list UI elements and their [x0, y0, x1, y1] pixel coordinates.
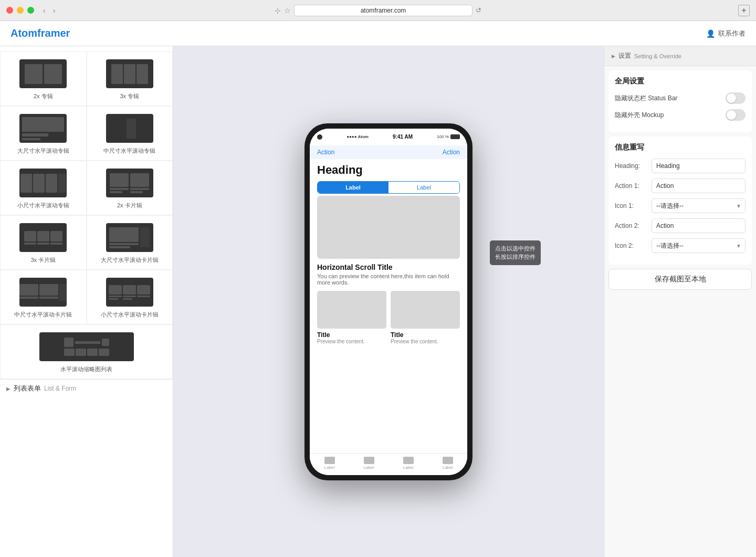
action2-input[interactable]	[652, 218, 746, 233]
heading-field-label: Heading:	[615, 162, 652, 170]
sidebar-item-card-3x[interactable]: 3x 卡片辑	[0, 215, 87, 270]
icon1-select-wrapper: --请选择-- ▼	[652, 198, 746, 213]
star-icon[interactable]: ☆	[284, 6, 291, 15]
sidebar-item-card-small[interactable]: 小尺寸水平滚动卡片辑	[87, 270, 173, 324]
url-input[interactable]	[294, 5, 472, 16]
right-section-header[interactable]: ▶ 设置 Setting & Override	[604, 46, 756, 66]
label-hscroll-list: 水平滚动缩略图列表	[60, 365, 112, 373]
traffic-lights	[6, 7, 34, 14]
info-section-title: 信息重写	[615, 143, 746, 152]
phone-card-1-image	[317, 291, 386, 329]
sidebar-item-card-large[interactable]: 大尺寸水平滚动卡片辑	[87, 215, 173, 270]
phone-tab-label-3: Label	[403, 465, 414, 470]
right-panel: ▶ 设置 Setting & Override 全局设置 隐藏状态栏 Statu…	[604, 46, 756, 557]
icon-card-3x	[19, 223, 67, 252]
phone-mockup: ●●●● Atom 9:41 AM 100 % Action Action He…	[304, 123, 472, 480]
fullscreen-button[interactable]	[27, 7, 34, 14]
global-settings-title: 全局设置	[615, 77, 746, 86]
user-icon: 👤	[706, 29, 715, 38]
phone-heading: Heading	[310, 159, 467, 179]
title-bar: ‹ › ⊹ ☆ ↺ +	[0, 0, 756, 21]
phone-camera	[317, 134, 322, 140]
phone-signal: ●●●● Atom	[346, 134, 369, 139]
label-card-large: 大尺寸水平滚动卡片辑	[101, 256, 159, 264]
icon1-select[interactable]: --请选择--	[652, 198, 746, 213]
phone-tab-4[interactable]: Label	[428, 457, 467, 470]
phone-tab-3[interactable]: Label	[388, 457, 428, 470]
phone-tab-1[interactable]: Label	[310, 457, 349, 470]
right-section-label-zh: 设置	[618, 51, 631, 60]
phone-card-2-desc: Preview the content.	[391, 339, 460, 344]
phone-battery-icon	[450, 134, 460, 139]
minimize-button[interactable]	[17, 7, 24, 14]
section-label-zh: 列表表单	[14, 384, 41, 393]
phone-nav-action-left[interactable]: Action	[317, 149, 334, 156]
new-tab-button[interactable]: +	[738, 5, 750, 16]
icon-small-hscroll	[19, 169, 67, 197]
sidebar-item-hscroll-list[interactable]: 水平滚动缩略图列表	[0, 324, 173, 379]
action1-field-label: Action 1:	[615, 182, 652, 190]
icon-3x-zhuan	[106, 59, 153, 88]
sidebar-section-list-form[interactable]: ▶ 列表表单 List & Form	[0, 379, 173, 397]
app-header: Atomframer 👤 联系作者	[0, 21, 756, 46]
phone-tab-icon-3	[403, 457, 414, 464]
tooltip-line1: 点击以选中控件	[495, 244, 536, 253]
sidebar-item-card-2x[interactable]: 2x 卡片辑	[87, 161, 173, 215]
phone-tab-label-4: Label	[443, 465, 453, 470]
phone-card-1-desc: Preview the content.	[317, 339, 386, 344]
action2-field-label: Action 2:	[615, 222, 652, 229]
forward-button[interactable]: ›	[50, 5, 58, 16]
phone-card-1-title: Title	[317, 331, 386, 339]
mockup-label: 隐藏外壳 Mockup	[615, 111, 664, 120]
reload-button[interactable]: ↺	[476, 6, 481, 14]
icon-card-small	[106, 278, 153, 307]
phone-status-bar: ●●●● Atom 9:41 AM 100 %	[310, 129, 467, 145]
sidebar-grid: 2x 专辑 3x 专辑	[0, 51, 173, 379]
phone-inner: ●●●● Atom 9:41 AM 100 % Action Action He…	[310, 129, 467, 475]
mockup-row: 隐藏外壳 Mockup	[615, 109, 746, 121]
sidebar-item-3x-zhuan[interactable]: 3x 专辑	[87, 51, 173, 106]
status-bar-toggle[interactable]	[726, 92, 746, 104]
phone-segment-btn-2[interactable]: Label	[388, 182, 459, 193]
phone-tab-2[interactable]: Label	[349, 457, 388, 470]
sidebar: 2x 专辑 3x 专辑	[0, 46, 173, 557]
contact-label[interactable]: 联系作者	[718, 29, 746, 38]
save-button[interactable]: 保存截图至本地	[608, 269, 752, 290]
action1-row: Action 1:	[615, 178, 746, 193]
label-card-2x: 2x 卡片辑	[117, 202, 142, 209]
sidebar-item-card-medium[interactable]: 中尺寸水平滚动卡片辑	[0, 270, 87, 324]
address-bar: ⊹ ☆ ↺	[275, 5, 481, 16]
phone-scroll-desc: You can preview the content here,this it…	[317, 273, 460, 286]
sidebar-item-2x-zhuan[interactable]: 2x 专辑	[0, 51, 87, 106]
phone-nav-action-right[interactable]: Action	[443, 149, 460, 156]
icon1-row: Icon 1: --请选择-- ▼	[615, 198, 746, 213]
action1-input[interactable]	[652, 178, 746, 193]
phone-segment-btn-1[interactable]: Label	[318, 182, 388, 193]
label-card-medium: 中尺寸水平滚动卡片辑	[14, 311, 72, 319]
icon-large-hscroll	[19, 114, 67, 143]
phone-scroll-area: Horizontal Scroll Title You can preview …	[310, 196, 467, 453]
close-button[interactable]	[6, 7, 13, 14]
icon-card-2x	[106, 169, 153, 197]
label-large-hscroll: 大尺寸水平滚动专辑	[17, 147, 69, 155]
sidebar-item-large-hscroll[interactable]: 大尺寸水平滚动专辑	[0, 106, 87, 161]
status-bar-label: 隐藏状态栏 Status Bar	[615, 94, 677, 103]
label-medium-hscroll: 中尺寸水平滚动专辑	[103, 147, 155, 155]
header-right: 👤 联系作者	[706, 29, 746, 38]
icon2-select[interactable]: --请选择--	[652, 238, 746, 253]
bookmark-icon[interactable]: ⊹	[275, 6, 281, 15]
toggle-knob-status-bar	[727, 93, 736, 103]
sidebar-item-small-hscroll[interactable]: 小尺寸水平滚动专辑	[0, 161, 87, 215]
phone-tab-icon-4	[443, 457, 453, 464]
phone-battery-label: 100 %	[437, 134, 449, 139]
phone-card-1: Title Preview the content.	[317, 291, 386, 344]
icon2-select-wrapper: --请选择-- ▼	[652, 238, 746, 253]
heading-input[interactable]	[652, 159, 746, 173]
info-section: 信息重写 Heading: Action 1: Icon 1: --请选择-- …	[608, 136, 752, 265]
phone-tab-icon-1	[324, 457, 335, 464]
back-button[interactable]: ‹	[40, 5, 48, 16]
phone-two-col-cards: Title Preview the content. Title Preview…	[317, 291, 460, 344]
sidebar-item-medium-hscroll[interactable]: 中尺寸水平滚动专辑	[87, 106, 173, 161]
phone-scroll-title: Horizontal Scroll Title	[317, 263, 460, 271]
mockup-toggle[interactable]	[726, 109, 746, 121]
